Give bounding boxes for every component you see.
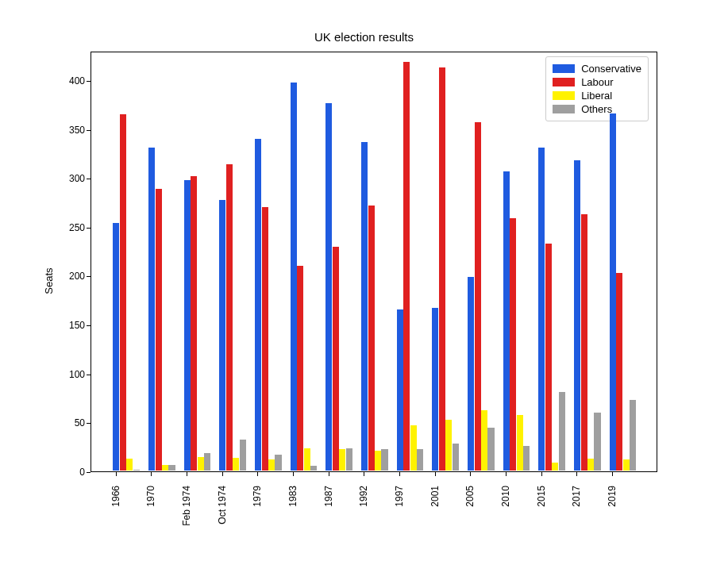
x-tick-mark: [257, 472, 258, 476]
legend-label: Labour: [581, 76, 613, 88]
x-tick-mark: [187, 472, 187, 476]
x-tick-mark: [612, 472, 613, 476]
x-tick-label: 1979: [252, 486, 263, 533]
y-tick-mark: [87, 423, 91, 424]
bar-conservative: [291, 83, 297, 471]
y-tick-label: 250: [69, 222, 85, 233]
y-tick-mark: [87, 325, 91, 326]
bar-conservative: [184, 180, 191, 471]
x-tick-label: 1997: [394, 486, 405, 533]
y-tick-mark: [87, 375, 91, 375]
bar-conservative: [503, 171, 510, 471]
x-tick-mark: [222, 472, 223, 476]
x-tick-mark: [116, 472, 117, 476]
x-tick-mark: [576, 472, 577, 476]
bar-liberal: [623, 459, 630, 471]
bar-liberal: [410, 425, 417, 471]
legend: ConservativeLabourLiberalOthers: [545, 56, 649, 121]
bar-conservative: [610, 113, 616, 471]
bar-liberal: [162, 465, 168, 471]
bar-others: [381, 449, 387, 471]
legend-item: Labour: [553, 76, 641, 88]
plot-area: ConservativeLabourLiberalOthers: [91, 52, 657, 472]
x-tick-label: 1987: [323, 486, 334, 533]
x-tick-mark: [364, 472, 364, 476]
bar-labour: [262, 207, 268, 471]
bar-labour: [120, 114, 126, 471]
bar-others: [630, 400, 636, 471]
x-tick-label: Oct 1974: [217, 486, 228, 533]
bar-others: [204, 453, 210, 471]
bar-others: [594, 413, 600, 471]
x-tick-label: 2010: [500, 486, 511, 533]
x-tick-mark: [293, 472, 294, 476]
chart-container: UK election results Seats ConservativeLa…: [0, 0, 728, 561]
x-tick-label: 1983: [287, 486, 299, 533]
bar-liberal: [304, 448, 310, 471]
x-tick-label: 2019: [607, 486, 618, 533]
bar-conservative: [219, 200, 225, 471]
y-tick-mark: [87, 81, 91, 82]
bar-others: [487, 428, 494, 471]
bar-others: [523, 446, 530, 471]
bar-labour: [403, 62, 410, 471]
bar-others: [133, 470, 140, 471]
x-tick-label: 2001: [429, 486, 441, 533]
bar-others: [310, 466, 317, 471]
bar-liberal: [375, 451, 381, 471]
bar-conservative: [325, 103, 332, 471]
bar-others: [417, 449, 423, 471]
y-tick-label: 100: [69, 369, 85, 380]
bar-others: [453, 444, 459, 471]
bar-labour: [368, 206, 375, 471]
y-tick-label: 50: [75, 417, 85, 428]
bar-liberal: [339, 449, 345, 471]
bar-conservative: [574, 160, 580, 471]
legend-item: Liberal: [553, 90, 641, 102]
x-tick-label: 2015: [536, 486, 547, 533]
bar-others: [275, 455, 281, 471]
bar-labour: [545, 244, 552, 471]
x-tick-mark: [470, 472, 471, 476]
legend-item: Others: [553, 103, 641, 115]
bar-labour: [333, 247, 339, 471]
legend-swatch: [553, 105, 575, 113]
bar-labour: [226, 164, 233, 471]
x-tick-label: 2005: [464, 486, 476, 533]
x-tick-label: Feb 1974: [181, 486, 192, 533]
y-tick-label: 400: [69, 75, 85, 86]
x-tick-mark: [329, 472, 329, 476]
bar-liberal: [517, 415, 523, 471]
bar-labour: [581, 214, 587, 471]
legend-item: Conservative: [553, 63, 641, 75]
y-tick-mark: [87, 130, 91, 131]
bar-conservative: [361, 142, 368, 471]
bar-conservative: [397, 309, 403, 471]
bar-conservative: [148, 148, 155, 471]
bar-liberal: [233, 458, 239, 471]
x-tick-label: 2017: [571, 486, 582, 533]
x-tick-label: 1970: [145, 486, 156, 533]
x-tick-mark: [151, 472, 152, 476]
legend-label: Liberal: [581, 90, 612, 102]
y-tick-label: 0: [79, 467, 85, 478]
y-tick-mark: [87, 179, 91, 179]
bar-others: [240, 440, 246, 471]
bar-others: [559, 392, 565, 471]
y-tick-mark: [87, 276, 91, 277]
bar-labour: [510, 218, 516, 471]
bar-liberal: [481, 410, 487, 471]
bar-conservative: [468, 277, 474, 471]
y-tick-label: 150: [69, 320, 85, 331]
bar-labour: [156, 189, 162, 471]
y-tick-mark: [87, 228, 91, 229]
legend-swatch: [553, 64, 575, 73]
y-tick-label: 350: [69, 125, 85, 136]
x-tick-label: 1992: [358, 486, 369, 533]
bar-liberal: [268, 459, 275, 471]
y-axis-label: Seats: [43, 267, 55, 294]
bar-others: [346, 448, 352, 471]
bar-labour: [297, 266, 303, 471]
y-tick-label: 300: [69, 173, 85, 184]
x-tick-mark: [399, 472, 400, 476]
